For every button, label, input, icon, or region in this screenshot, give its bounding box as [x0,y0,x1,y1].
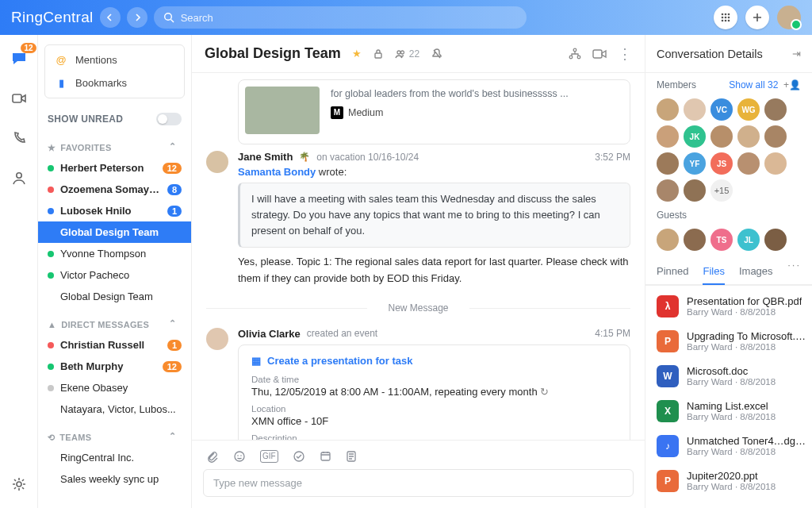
member-avatar[interactable] [657,98,679,121]
rail-contacts[interactable] [10,168,29,187]
collapse-icon[interactable]: ⇥ [792,48,801,60]
member-avatar[interactable] [737,125,760,148]
message-input[interactable]: Type new message [203,469,634,497]
details-panel: Conversation Details ⇥ Members Show all … [645,35,812,508]
search-wrap[interactable] [154,6,527,29]
mute-icon[interactable] [431,48,443,60]
search-input[interactable] [181,12,517,24]
guest-avatar[interactable] [764,229,787,251]
section-teams[interactable]: ⟲TEAMS ⌃ [38,420,191,447]
video-call-icon[interactable] [592,48,607,60]
sidebar-item[interactable]: Yvonne Thompson [38,243,191,264]
rail-chat[interactable]: 12 [10,49,29,68]
lock-icon[interactable] [373,48,384,60]
sidebar-mentions[interactable]: @Mentions [45,48,184,71]
rail-settings[interactable] [10,475,29,494]
file-row[interactable]: WMicrosoft.docBarry Ward · 8/8/2018 [645,359,812,394]
tab-pinned[interactable]: Pinned [657,259,688,284]
show-all-link[interactable]: Show all 32 [729,79,778,90]
unread-badge: 8 [167,184,182,195]
sidebar-item[interactable]: Beth Murphy12 [38,356,191,377]
tab-images[interactable]: Images [739,259,773,284]
member-avatar[interactable]: JK [684,125,706,148]
guest-avatar[interactable] [657,229,679,251]
member-avatar[interactable] [657,152,679,175]
member-avatar[interactable] [737,152,760,175]
sidebar-item[interactable]: Herbert Peterson12 [38,157,191,179]
sidebar-item[interactable]: Sales weekly sync up [38,468,191,490]
file-meta: Barry Ward · 8/8/2018 [687,412,776,421]
section-dm[interactable]: ▲DIRECT MESSAGES ⌃ [38,307,191,334]
link-preview-card[interactable]: for global leaders from the world's best… [238,79,630,144]
rail-video[interactable] [10,89,29,108]
sidebar-item[interactable]: Global Design Team [38,221,191,243]
dialpad-button[interactable] [714,6,737,29]
member-avatar[interactable] [764,98,787,121]
avatar[interactable] [206,328,228,350]
left-rail: 12 [0,35,38,508]
file-row[interactable]: ♪Unmatched Toner4…dge.mp4Barry Ward · 8/… [645,429,812,464]
sidebar-item[interactable]: Global Design Team [38,286,191,307]
profile-avatar[interactable] [777,6,801,29]
member-avatar[interactable] [764,152,787,175]
tab-files[interactable]: Files [703,259,724,285]
add-button[interactable] [745,6,769,29]
note-icon[interactable] [346,450,357,463]
svg-rect-13 [375,53,381,58]
gif-icon[interactable]: GIF [260,450,278,463]
members-overflow[interactable]: +15 [710,179,733,202]
members-count[interactable]: 22 [395,48,419,60]
rail-phone[interactable] [10,129,29,148]
sidebar-item[interactable]: Natayara, Victor, Lubos... [38,398,191,420]
task-icon[interactable] [293,450,305,463]
topbar: RingCentral [0,0,812,35]
file-row[interactable]: XNaming List.excelBarry Ward · 8/8/2018 [645,394,812,429]
attach-icon[interactable] [206,450,219,463]
file-name: Jupiter2020.ppt [687,470,776,482]
emoji-icon[interactable] [233,450,246,463]
show-unread-toggle[interactable] [156,113,182,125]
event-icon[interactable] [320,450,331,463]
presence-dot [48,385,54,391]
avatar[interactable] [206,151,228,173]
member-avatar[interactable]: VC [710,98,733,121]
guest-avatar[interactable] [684,229,706,251]
sidebar-item[interactable]: Christian Russell1 [38,334,191,356]
guests-label: Guests [657,210,687,221]
sidebar-item[interactable]: Ozoemena Somayina8 [38,179,191,200]
member-avatar[interactable] [764,125,787,148]
mention-link[interactable]: Samanta Bondy [238,166,316,178]
guest-avatar[interactable]: TS [710,229,733,251]
sidebar-bookmarks[interactable]: ▮Bookmarks [45,71,184,94]
sidebar-item[interactable]: Victor Pacheco [38,264,191,286]
member-avatar[interactable] [684,98,706,121]
nav-back-button[interactable] [100,7,121,28]
member-avatar[interactable]: WG [737,98,760,121]
file-row[interactable]: PUpgrading To Microsoft.pptBarry Ward · … [645,324,812,359]
guest-avatar[interactable]: JL [737,229,760,251]
msg-author: Jane Smith [238,151,293,163]
tabs-more-icon[interactable]: ··· [787,259,801,284]
add-member-icon[interactable]: +👤 [783,79,801,90]
sidebar-item[interactable]: Ekene Obasey [38,377,191,398]
sidebar-item-label: Herbert Peterson [60,162,156,174]
event-card[interactable]: ▦Create a presentation for task Date & t… [238,344,630,440]
member-avatar[interactable] [657,179,679,202]
section-favorites[interactable]: ★FAVORITES ⌃ [38,130,191,157]
sidebar-item[interactable]: Lubosek Hnilo1 [38,200,191,221]
member-avatar[interactable]: JS [710,152,733,175]
favorite-star-icon[interactable]: ★ [352,48,362,60]
file-meta: Barry Ward · 8/8/2018 [687,447,809,456]
link-thumb [245,87,320,134]
sidebar-item[interactable]: RingCentral Inc. [38,447,191,468]
nav-forward-button[interactable] [127,7,147,28]
link-text: for global leaders from the world's best… [331,87,619,102]
member-avatar[interactable] [684,179,706,202]
member-avatar[interactable]: YF [684,152,706,175]
file-name: Unmatched Toner4…dge.mp4 [687,435,809,447]
file-row[interactable]: PJupiter2020.pptBarry Ward · 8/8/2018 [645,464,812,498]
org-chart-icon[interactable] [569,48,581,60]
member-avatar[interactable] [657,125,679,148]
member-avatar[interactable] [710,125,733,148]
file-row[interactable]: λPresentation for QBR.pdfBarry Ward · 8/… [645,289,812,324]
